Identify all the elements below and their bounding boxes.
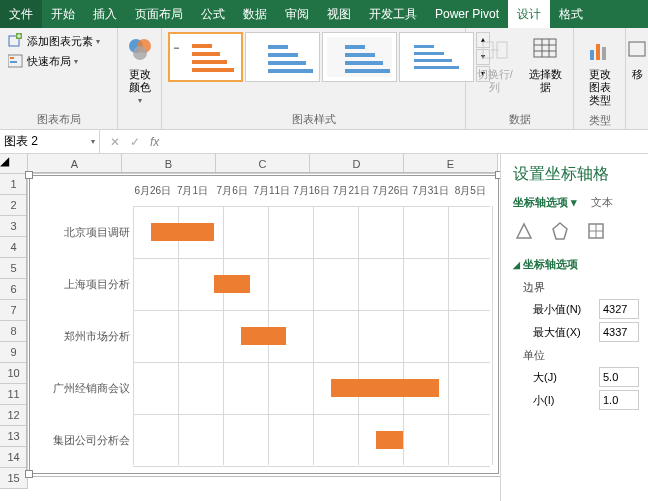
axis-major-input[interactable] (599, 367, 639, 387)
worksheet-area: ◢ A B C D E 1 2 3 4 5 6 7 8 9 10 11 12 1… (0, 154, 500, 501)
y-category: 广州经销商会议 (38, 381, 130, 396)
row-header[interactable]: 6 (0, 279, 28, 300)
col-header-d[interactable]: D (310, 154, 404, 173)
group-label-styles: 图表样式 (168, 109, 459, 129)
row-headers: 1 2 3 4 5 6 7 8 9 10 11 12 13 14 15 (0, 174, 28, 489)
tab-power-pivot[interactable]: Power Pivot (426, 0, 508, 28)
gantt-bar[interactable] (241, 327, 286, 345)
units-label: 单位 (523, 348, 648, 363)
svg-rect-17 (590, 50, 594, 60)
enter-formula-icon[interactable]: ✓ (130, 135, 140, 149)
row-header[interactable]: 15 (0, 468, 28, 489)
ribbon-tabs: 文件 开始 插入 页面布局 公式 数据 审阅 视图 开发工具 Power Piv… (0, 0, 648, 28)
gantt-bar[interactable] (376, 431, 403, 449)
tab-home[interactable]: 开始 (42, 0, 84, 28)
gantt-bar[interactable] (214, 275, 250, 293)
x-axis[interactable]: 6月26日 7月1日 7月6日 7月11日 7月16日 7月21日 7月26日 … (38, 184, 490, 202)
chart-plot-area[interactable]: 6月26日 7月1日 7月6日 7月11日 7月16日 7月21日 7月26日 … (38, 184, 490, 465)
change-colors-button[interactable]: 更改颜色 ▾ (120, 32, 160, 108)
tab-developer[interactable]: 开发工具 (360, 0, 426, 28)
gantt-bar[interactable] (331, 379, 439, 397)
y-category: 上海项目分析 (38, 277, 130, 292)
tab-view[interactable]: 视图 (318, 0, 360, 28)
change-type-label: 更改图表类型 (584, 68, 616, 108)
y-category: 北京项目调研 (38, 225, 130, 240)
pane-title: 设置坐标轴格 (513, 164, 648, 185)
y-category: 郑州市场分析 (38, 329, 130, 344)
row-header[interactable]: 5 (0, 258, 28, 279)
row-header[interactable]: 4 (0, 237, 28, 258)
row-header[interactable]: 3 (0, 216, 28, 237)
col-header-c[interactable]: C (216, 154, 310, 173)
svg-rect-20 (629, 42, 645, 56)
tab-page-layout[interactable]: 页面布局 (126, 0, 192, 28)
col-header-b[interactable]: B (122, 154, 216, 173)
max-label: 最大值(X) (533, 325, 593, 340)
svg-marker-21 (553, 223, 567, 239)
axis-max-input[interactable] (599, 322, 639, 342)
gantt-bar[interactable] (151, 223, 214, 241)
chart-object[interactable]: 6月26日 7月1日 7月6日 7月11日 7月16日 7月21日 7月26日 … (29, 175, 499, 474)
group-label-colors (124, 112, 155, 129)
svg-point-9 (133, 46, 147, 60)
select-all-corner[interactable]: ◢ (0, 154, 28, 173)
group-label-layout: 图表布局 (6, 109, 111, 129)
col-header-e[interactable]: E (404, 154, 498, 173)
tab-insert[interactable]: 插入 (84, 0, 126, 28)
chart-style-1[interactable]: ▬ (168, 32, 243, 82)
move-chart-button[interactable]: 移 (617, 32, 648, 83)
tab-data[interactable]: 数据 (234, 0, 276, 28)
row-header[interactable]: 13 (0, 426, 28, 447)
format-axis-pane: 设置坐标轴格 坐标轴选项 ▾ 文本 坐标轴选项 边界 最小值(N) 最大值(X)… (500, 154, 648, 501)
row-header[interactable]: 1 (0, 174, 28, 195)
ribbon: 添加图表元素 ▾ 快速布局 ▾ 图表布局 更改颜色 ▾ (0, 28, 648, 130)
tab-file[interactable]: 文件 (0, 0, 42, 28)
group-label-data: 数据 (472, 109, 567, 129)
effects-icon[interactable] (549, 220, 571, 245)
bounds-label: 边界 (523, 280, 648, 295)
change-type-icon (584, 34, 616, 66)
row-header[interactable]: 2 (0, 195, 28, 216)
chart-styles-gallery: ▬ (168, 32, 490, 82)
col-header-a[interactable]: A (28, 154, 122, 173)
row-header[interactable]: 7 (0, 300, 28, 321)
axis-min-input[interactable] (599, 299, 639, 319)
fx-icon[interactable]: fx (150, 135, 159, 149)
quick-layout-icon (8, 53, 24, 69)
move-chart-icon (621, 34, 648, 66)
y-category: 集团公司分析会 (38, 433, 130, 448)
row-header[interactable]: 12 (0, 405, 28, 426)
tab-review[interactable]: 审阅 (276, 0, 318, 28)
name-box-input[interactable] (4, 135, 74, 149)
chart-style-3[interactable] (322, 32, 397, 82)
row-header[interactable]: 9 (0, 342, 28, 363)
chevron-down-icon[interactable]: ▾ (91, 137, 95, 146)
row-header[interactable]: 10 (0, 363, 28, 384)
tab-formulas[interactable]: 公式 (192, 0, 234, 28)
chart-style-4[interactable] (399, 32, 474, 82)
tab-design[interactable]: 设计 (508, 0, 550, 28)
fill-line-icon[interactable] (513, 220, 535, 245)
select-data-button[interactable]: 选择数据 (524, 32, 567, 96)
name-box[interactable]: ▾ (0, 130, 100, 153)
quick-layout-label: 快速布局 (27, 54, 71, 69)
cancel-formula-icon[interactable]: ✕ (110, 135, 120, 149)
section-axis-options[interactable]: 坐标轴选项 (513, 257, 648, 272)
switch-row-column-button: 切换行/列 (472, 32, 518, 96)
change-chart-type-button[interactable]: 更改图表类型 (580, 32, 620, 110)
row-header[interactable]: 11 (0, 384, 28, 405)
svg-rect-19 (602, 47, 606, 60)
change-colors-label: 更改颜色 (124, 68, 156, 94)
size-properties-icon[interactable] (585, 220, 607, 245)
quick-layout-button[interactable]: 快速布局 ▾ (6, 52, 80, 70)
svg-rect-12 (534, 39, 556, 57)
formula-input[interactable] (169, 130, 648, 153)
tab-format[interactable]: 格式 (550, 0, 592, 28)
row-header[interactable]: 14 (0, 447, 28, 468)
axis-minor-input[interactable] (599, 390, 639, 410)
chart-style-2[interactable] (245, 32, 320, 82)
row-header[interactable]: 8 (0, 321, 28, 342)
pane-tab-text-options[interactable]: 文本 (591, 195, 613, 210)
pane-tab-axis-options[interactable]: 坐标轴选项 ▾ (513, 195, 577, 210)
add-chart-element-button[interactable]: 添加图表元素 ▾ (6, 32, 102, 50)
